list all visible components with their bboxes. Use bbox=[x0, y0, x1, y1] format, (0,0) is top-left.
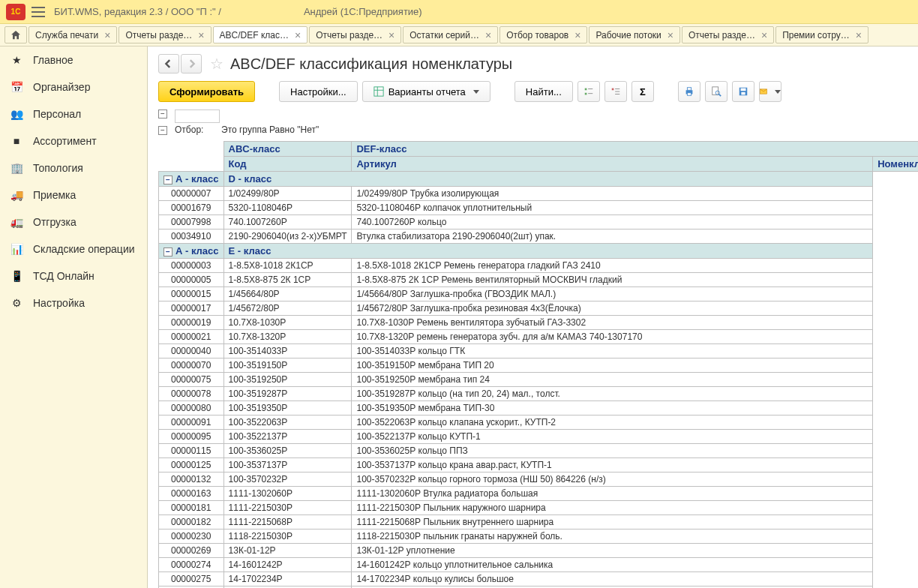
table-row[interactable]: 00000095100-3522137Р100-3522137Р кольцо … bbox=[159, 430, 919, 444]
close-icon[interactable]: × bbox=[295, 29, 301, 41]
page-title: ABC/DEF классификация номенклатуры bbox=[230, 56, 512, 73]
close-icon[interactable]: × bbox=[198, 29, 204, 41]
home-tab[interactable] bbox=[4, 26, 27, 44]
expand-groups-button[interactable] bbox=[578, 81, 600, 102]
table-row[interactable]: 000000051-8.5Х8-875 2К 1СР1-8.5Х8-875 2К… bbox=[159, 273, 919, 287]
table-row[interactable]: 000000151/45664/80Р1/45664/80Р Заглушка-… bbox=[159, 287, 919, 302]
group-row[interactable]: −А - классD - класс bbox=[159, 172, 919, 187]
column-article: Артикул bbox=[352, 157, 873, 172]
cell-code: 00000075 bbox=[159, 373, 224, 387]
table-row[interactable]: 00007998740.1007260Р740.1007260Р кольцо bbox=[159, 215, 919, 230]
cell-code: 00000181 bbox=[159, 501, 224, 515]
tab[interactable]: Рабочие потоки× bbox=[589, 26, 680, 44]
table-row[interactable]: 00000125100-3537137Р100-3537137Р кольцо … bbox=[159, 458, 919, 472]
table-row[interactable]: 00000040100-3514033Р100-3514033Р кольцо … bbox=[159, 344, 919, 358]
sidebar-item[interactable]: 📱ТСД Онлайн bbox=[0, 262, 147, 290]
sidebar-item[interactable]: ■Ассортимент bbox=[0, 128, 147, 154]
sidebar-item[interactable]: 📅Органайзер bbox=[0, 74, 147, 100]
tab[interactable]: Отчеты разде…× bbox=[682, 26, 774, 44]
cell-code: 00000019 bbox=[159, 316, 224, 330]
report-variants-button[interactable]: Варианты отчета bbox=[362, 81, 490, 102]
printer-icon bbox=[684, 86, 694, 97]
diskette-icon bbox=[738, 86, 748, 97]
burger-menu-icon[interactable] bbox=[32, 7, 45, 17]
print-button[interactable] bbox=[678, 81, 700, 102]
sidebar-icon: 📅 bbox=[9, 80, 24, 94]
close-icon[interactable]: × bbox=[388, 29, 394, 41]
table-row[interactable]: 00000075100-3519250Р100-3519250Р мембран… bbox=[159, 373, 919, 387]
close-icon[interactable]: × bbox=[761, 29, 767, 41]
tab[interactable]: Отчеты разде…× bbox=[309, 26, 401, 44]
preview-button[interactable] bbox=[705, 81, 728, 102]
group-row[interactable]: −А - классЕ - класс bbox=[159, 244, 919, 259]
column-def-class: DEF-класс bbox=[352, 142, 918, 157]
tab[interactable]: Остатки серий…× bbox=[403, 26, 498, 44]
close-icon[interactable]: × bbox=[104, 29, 110, 41]
save-button[interactable] bbox=[732, 81, 754, 102]
svg-rect-19 bbox=[741, 92, 745, 95]
tabsbar: Служба печати×Отчеты разде…×ABC/DEF клас… bbox=[0, 24, 918, 46]
sidebar-item[interactable]: 🏢Топология bbox=[0, 154, 147, 182]
tab[interactable]: ABC/DEF клас…× bbox=[213, 26, 308, 44]
table-row[interactable]: 00000080100-3519350Р100-3519350Р мембран… bbox=[159, 401, 919, 416]
close-icon[interactable]: × bbox=[856, 29, 862, 41]
sidebar-item[interactable]: ⚙Настройка bbox=[0, 290, 147, 316]
settings-button[interactable]: Настройки... bbox=[279, 81, 358, 102]
svg-rect-3 bbox=[585, 88, 587, 91]
table-row[interactable]: 0000002110.7Х8-1320Р10.7Х8-1320Р ремень … bbox=[159, 330, 919, 344]
collapse-groups-button[interactable] bbox=[604, 81, 627, 102]
cell-code: 00000005 bbox=[159, 273, 224, 287]
tab[interactable]: Отчеты разде…× bbox=[118, 26, 211, 44]
sidebar-item[interactable]: ★Главное bbox=[0, 46, 147, 74]
cell-nomenclature: 100-3570232Р кольцо горного тормоза (НШ … bbox=[352, 472, 873, 487]
sidebar-item-label: Настройка bbox=[33, 297, 85, 309]
tree-collapse-icon[interactable]: − bbox=[158, 110, 167, 118]
table-row[interactable]: 0000026913К-01-12Р13К-01-12Р уплотнение bbox=[159, 544, 919, 558]
table-row[interactable]: 00000091100-3522063Р100-3522063Р кольцо … bbox=[159, 416, 919, 430]
table-row[interactable]: 0000027514-1702234Р14-1702234Р кольцо ку… bbox=[159, 572, 919, 586]
table-row[interactable]: 0000001910.7Х8-1030Р10.7Х8-1030Р Ремень … bbox=[159, 316, 919, 330]
table-row[interactable]: 00000070100-3519150Р100-3519150Р мембран… bbox=[159, 358, 919, 373]
table-row[interactable]: 000000071/02499/80Р1/02499/80Р Трубка из… bbox=[159, 187, 919, 201]
table-row[interactable]: 000349102190-2906040(из 2-х)УБМРТВтулка … bbox=[159, 230, 919, 244]
table-row[interactable]: 000000031-8.5Х8-1018 2К1СР1-8.5Х8-1018 2… bbox=[159, 259, 919, 273]
close-icon[interactable]: × bbox=[668, 29, 674, 41]
table-row[interactable]: 000001821111-2215068Р1111-2215068Р Пыльн… bbox=[159, 515, 919, 530]
sidebar-icon: ■ bbox=[9, 134, 24, 148]
sidebar-icon: 📊 bbox=[9, 242, 24, 256]
email-button[interactable] bbox=[759, 81, 782, 102]
cell-nomenclature: 100-3519350Р мембрана ТИП-30 bbox=[352, 401, 873, 416]
table-row[interactable]: 000002301118-2215030Р1118-2215030Р пыльн… bbox=[159, 530, 919, 544]
cell-code: 00000070 bbox=[159, 358, 224, 373]
sum-button[interactable]: Σ bbox=[632, 81, 654, 102]
sidebar-item[interactable]: 📊Складские операции bbox=[0, 236, 147, 262]
table-row[interactable]: 0000027414-1601242Р14-1601242Р кольцо уп… bbox=[159, 558, 919, 572]
table-row[interactable]: 000001811111-2215030Р1111-2215030Р Пыльн… bbox=[159, 501, 919, 515]
tab[interactable]: Отбор товаров× bbox=[500, 26, 587, 44]
close-icon[interactable]: × bbox=[485, 29, 491, 41]
sidebar-item[interactable]: 👥Персонал bbox=[0, 100, 147, 128]
sidebar-item[interactable]: 🚚Приемка bbox=[0, 182, 147, 208]
tree-collapse-icon[interactable]: − bbox=[158, 126, 167, 135]
back-button[interactable] bbox=[158, 54, 179, 74]
cell-article: 14-1601242Р bbox=[224, 558, 352, 572]
favorite-star-icon[interactable]: ☆ bbox=[208, 56, 226, 72]
cell-article: 10.7Х8-1030Р bbox=[224, 316, 352, 330]
arrow-right-icon bbox=[187, 59, 196, 68]
tab[interactable]: Премии сотру…× bbox=[776, 26, 868, 44]
sidebar-item[interactable]: 🚛Отгрузка bbox=[0, 208, 147, 236]
close-icon[interactable]: × bbox=[574, 29, 580, 41]
cell-nomenclature: 1/02499/80Р Трубка изолирующая bbox=[352, 187, 873, 201]
table-row[interactable]: 00000115100-3536025Р100-3536025Р кольцо … bbox=[159, 444, 919, 458]
table-row[interactable]: 000016795320-1108046Р5320-1108046Р колпа… bbox=[159, 201, 919, 215]
forward-button[interactable] bbox=[181, 54, 202, 74]
table-row[interactable]: 00000078100-3519287Р100-3519287Р кольцо … bbox=[159, 387, 919, 401]
table-row[interactable]: 000001631111-1302060Р1111-1302060Р Втулк… bbox=[159, 487, 919, 501]
tab[interactable]: Служба печати× bbox=[28, 26, 117, 44]
table-row[interactable]: 00000132100-3570232Р100-3570232Р кольцо … bbox=[159, 472, 919, 487]
filter-label: Отбор: bbox=[175, 124, 212, 135]
table-row[interactable]: 000000171/45672/80Р1/45672/80Р Заглушка-… bbox=[159, 302, 919, 316]
cell-code: 00000021 bbox=[159, 330, 224, 344]
generate-button[interactable]: Сформировать bbox=[158, 81, 255, 102]
find-button[interactable]: Найти... bbox=[514, 81, 573, 102]
